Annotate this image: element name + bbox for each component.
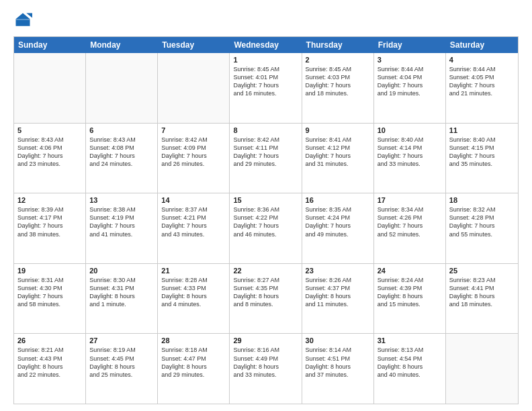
day-number: 19 (17, 267, 82, 275)
day-cell-20: 20Sunrise: 8:30 AMSunset: 4:31 PMDayligh… (86, 264, 158, 334)
day-number: 9 (306, 126, 370, 134)
day-info: Sunrise: 8:45 AMSunset: 4:01 PMDaylight:… (233, 65, 298, 98)
day-info: Sunrise: 8:27 AMSunset: 4:35 PMDaylight:… (233, 276, 298, 309)
day-cell-19: 19Sunrise: 8:31 AMSunset: 4:30 PMDayligh… (14, 264, 86, 334)
day-number: 8 (233, 126, 298, 134)
day-info: Sunrise: 8:19 AMSunset: 4:45 PMDaylight:… (89, 346, 154, 379)
day-cell-11: 11Sunrise: 8:40 AMSunset: 4:15 PMDayligh… (446, 124, 518, 193)
day-number: 10 (378, 126, 442, 134)
day-number: 31 (378, 336, 442, 345)
day-cell-16: 16Sunrise: 8:35 AMSunset: 4:24 PMDayligh… (302, 193, 374, 263)
day-number: 2 (306, 56, 370, 64)
day-number: 30 (306, 336, 370, 345)
day-cell-10: 10Sunrise: 8:40 AMSunset: 4:14 PMDayligh… (374, 124, 446, 193)
header-day-tuesday: Tuesday (158, 37, 230, 53)
day-info: Sunrise: 8:39 AMSunset: 4:17 PMDaylight:… (17, 205, 82, 238)
day-info: Sunrise: 8:41 AMSunset: 4:12 PMDaylight:… (306, 136, 370, 169)
day-number: 12 (17, 196, 82, 204)
day-cell-25: 25Sunrise: 8:23 AMSunset: 4:41 PMDayligh… (446, 264, 518, 334)
day-info: Sunrise: 8:13 AMSunset: 4:54 PMDaylight:… (378, 346, 442, 379)
day-info: Sunrise: 8:44 AMSunset: 4:04 PMDaylight:… (378, 65, 442, 98)
day-cell-13: 13Sunrise: 8:38 AMSunset: 4:19 PMDayligh… (86, 193, 158, 263)
calendar-week-2: 5Sunrise: 8:43 AMSunset: 4:06 PMDaylight… (14, 124, 518, 194)
header-day-wednesday: Wednesday (230, 37, 302, 53)
empty-cell-0-1 (86, 53, 158, 123)
calendar-body: 1Sunrise: 8:45 AMSunset: 4:01 PMDaylight… (14, 53, 518, 404)
day-info: Sunrise: 8:16 AMSunset: 4:49 PMDaylight:… (233, 346, 298, 379)
calendar-week-4: 19Sunrise: 8:31 AMSunset: 4:30 PMDayligh… (14, 264, 518, 334)
day-cell-3: 3Sunrise: 8:44 AMSunset: 4:04 PMDaylight… (374, 53, 446, 123)
day-number: 23 (306, 267, 370, 275)
day-cell-2: 2Sunrise: 8:45 AMSunset: 4:03 PMDaylight… (302, 53, 374, 123)
page: SundayMondayTuesdayWednesdayThursdayFrid… (0, 0, 532, 411)
day-cell-14: 14Sunrise: 8:37 AMSunset: 4:21 PMDayligh… (158, 193, 230, 263)
day-number: 28 (161, 336, 226, 345)
day-cell-18: 18Sunrise: 8:32 AMSunset: 4:28 PMDayligh… (446, 193, 518, 263)
day-info: Sunrise: 8:36 AMSunset: 4:22 PMDaylight:… (233, 205, 298, 238)
day-number: 6 (89, 126, 154, 134)
day-cell-26: 26Sunrise: 8:21 AMSunset: 4:43 PMDayligh… (14, 334, 86, 404)
day-info: Sunrise: 8:40 AMSunset: 4:15 PMDaylight:… (449, 136, 515, 169)
day-cell-6: 6Sunrise: 8:43 AMSunset: 4:08 PMDaylight… (86, 124, 158, 193)
day-number: 16 (306, 196, 370, 204)
day-cell-30: 30Sunrise: 8:14 AMSunset: 4:51 PMDayligh… (302, 334, 374, 404)
calendar-header: SundayMondayTuesdayWednesdayThursdayFrid… (14, 37, 518, 53)
header-day-friday: Friday (374, 37, 446, 53)
empty-cell-0-2 (158, 53, 230, 123)
day-info: Sunrise: 8:28 AMSunset: 4:33 PMDaylight:… (161, 276, 226, 309)
calendar-table: SundayMondayTuesdayWednesdayThursdayFrid… (13, 36, 519, 404)
day-info: Sunrise: 8:40 AMSunset: 4:14 PMDaylight:… (378, 136, 442, 169)
empty-cell-0-0 (14, 53, 86, 123)
svg-rect-2 (16, 19, 30, 20)
day-info: Sunrise: 8:38 AMSunset: 4:19 PMDaylight:… (89, 205, 154, 238)
day-cell-12: 12Sunrise: 8:39 AMSunset: 4:17 PMDayligh… (14, 193, 86, 263)
day-number: 15 (233, 196, 298, 204)
day-number: 26 (17, 336, 82, 345)
day-number: 7 (161, 126, 226, 134)
day-info: Sunrise: 8:34 AMSunset: 4:26 PMDaylight:… (378, 205, 442, 238)
day-info: Sunrise: 8:35 AMSunset: 4:24 PMDaylight:… (306, 205, 370, 238)
day-number: 22 (233, 267, 298, 275)
day-info: Sunrise: 8:32 AMSunset: 4:28 PMDaylight:… (449, 205, 515, 238)
day-cell-23: 23Sunrise: 8:26 AMSunset: 4:37 PMDayligh… (302, 264, 374, 334)
day-info: Sunrise: 8:43 AMSunset: 4:08 PMDaylight:… (89, 136, 154, 169)
day-number: 13 (89, 196, 154, 204)
day-cell-28: 28Sunrise: 8:18 AMSunset: 4:47 PMDayligh… (158, 334, 230, 404)
day-cell-24: 24Sunrise: 8:24 AMSunset: 4:39 PMDayligh… (374, 264, 446, 334)
day-cell-21: 21Sunrise: 8:28 AMSunset: 4:33 PMDayligh… (158, 264, 230, 334)
header (13, 11, 519, 30)
calendar-week-5: 26Sunrise: 8:21 AMSunset: 4:43 PMDayligh… (14, 334, 518, 404)
day-number: 21 (161, 267, 226, 275)
day-number: 3 (378, 56, 442, 64)
day-number: 4 (449, 56, 515, 64)
day-number: 24 (378, 267, 442, 275)
day-number: 1 (233, 56, 298, 64)
day-info: Sunrise: 8:37 AMSunset: 4:21 PMDaylight:… (161, 205, 226, 238)
day-info: Sunrise: 8:31 AMSunset: 4:30 PMDaylight:… (17, 276, 82, 309)
day-number: 17 (378, 196, 442, 204)
day-cell-17: 17Sunrise: 8:34 AMSunset: 4:26 PMDayligh… (374, 193, 446, 263)
day-info: Sunrise: 8:26 AMSunset: 4:37 PMDaylight:… (306, 276, 370, 309)
empty-cell-4-6 (446, 334, 518, 404)
calendar: SundayMondayTuesdayWednesdayThursdayFrid… (13, 36, 519, 404)
day-cell-9: 9Sunrise: 8:41 AMSunset: 4:12 PMDaylight… (302, 124, 374, 193)
day-info: Sunrise: 8:42 AMSunset: 4:09 PMDaylight:… (161, 136, 226, 169)
logo (13, 11, 35, 30)
day-info: Sunrise: 8:18 AMSunset: 4:47 PMDaylight:… (161, 346, 226, 379)
header-day-monday: Monday (86, 37, 158, 53)
day-number: 25 (449, 267, 515, 275)
day-number: 5 (17, 126, 82, 134)
calendar-week-3: 12Sunrise: 8:39 AMSunset: 4:17 PMDayligh… (14, 193, 518, 264)
day-cell-5: 5Sunrise: 8:43 AMSunset: 4:06 PMDaylight… (14, 124, 86, 193)
day-cell-1: 1Sunrise: 8:45 AMSunset: 4:01 PMDaylight… (230, 53, 302, 123)
day-info: Sunrise: 8:42 AMSunset: 4:11 PMDaylight:… (233, 136, 298, 169)
day-cell-4: 4Sunrise: 8:44 AMSunset: 4:05 PMDaylight… (446, 53, 518, 123)
day-info: Sunrise: 8:24 AMSunset: 4:39 PMDaylight:… (378, 276, 442, 309)
header-day-sunday: Sunday (14, 37, 86, 53)
day-info: Sunrise: 8:30 AMSunset: 4:31 PMDaylight:… (89, 276, 154, 309)
day-info: Sunrise: 8:45 AMSunset: 4:03 PMDaylight:… (306, 65, 370, 98)
header-day-thursday: Thursday (302, 37, 374, 53)
day-cell-22: 22Sunrise: 8:27 AMSunset: 4:35 PMDayligh… (230, 264, 302, 334)
day-number: 20 (89, 267, 154, 275)
day-cell-31: 31Sunrise: 8:13 AMSunset: 4:54 PMDayligh… (374, 334, 446, 404)
